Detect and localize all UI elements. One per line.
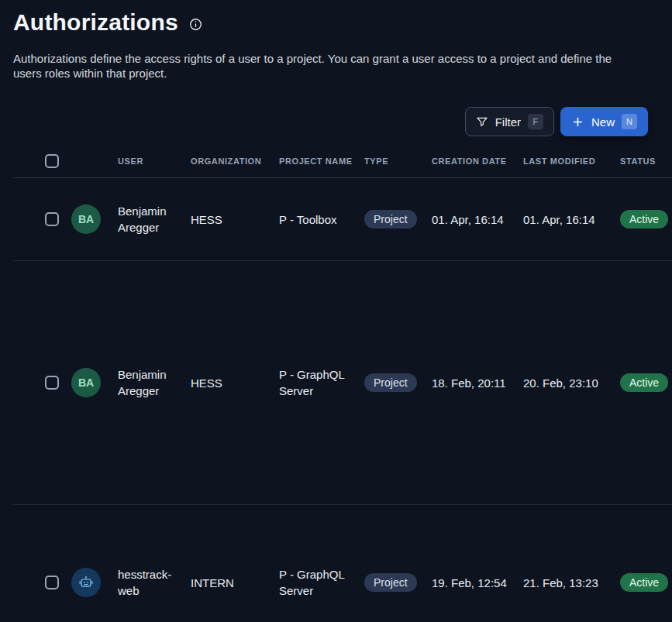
organization-cell: HESS: [191, 211, 279, 228]
funnel-icon: [476, 115, 488, 128]
last-modified-cell: 20. Feb, 23:10: [523, 375, 620, 391]
user-cell: Benjamin Aregger: [118, 366, 191, 399]
toolbar: Filter F New N: [13, 107, 648, 136]
page-title: Authorizations: [13, 9, 178, 36]
column-header-organization: ORGANIZATION: [191, 156, 279, 166]
plus-icon: [571, 115, 584, 129]
filter-button-label: Filter: [495, 115, 521, 129]
new-shortcut-badge: N: [622, 114, 637, 129]
user-cell: hesstrack-web: [118, 566, 191, 599]
authorizations-page: Authorizations Authorizations define the…: [0, 0, 672, 622]
column-header-creation-date: CREATION DATE: [432, 156, 523, 166]
column-header-project-name: PROJECT NAME: [279, 156, 364, 166]
page-description: Authorizations define the access rights …: [13, 51, 639, 81]
project-name-cell: P - GraphQL Server: [279, 566, 364, 599]
project-name-cell: P - GraphQL Server: [279, 366, 364, 399]
select-all-checkbox[interactable]: [45, 154, 59, 168]
new-button-label: New: [591, 115, 615, 129]
filter-button[interactable]: Filter F: [465, 107, 554, 136]
project-name-cell: P - Toolbox: [279, 211, 364, 228]
column-header-last-modified: LAST MODIFIED: [523, 156, 620, 166]
creation-date-cell: 19. Feb, 12:54: [432, 575, 523, 591]
new-button[interactable]: New N: [560, 107, 648, 136]
column-header-type: TYPE: [364, 156, 432, 166]
last-modified-cell: 01. Apr, 16:14: [523, 211, 620, 228]
table-header-row: USER ORGANIZATION PROJECT NAME TYPE CREA…: [13, 144, 672, 178]
organization-cell: HESS: [191, 375, 279, 391]
status-badge: Active: [620, 573, 668, 592]
table-row[interactable]: BA Benjamin Aregger HESS P - Toolbox Pro…: [13, 178, 672, 261]
row-checkbox[interactable]: [45, 376, 59, 390]
table-row[interactable]: hesstrack-web INTERN P - GraphQL Server …: [13, 505, 672, 622]
title-row: Authorizations: [13, 9, 672, 36]
type-badge: Project: [364, 210, 417, 229]
row-checkbox[interactable]: [45, 576, 59, 589]
column-header-status: STATUS: [620, 156, 672, 166]
avatar: BA: [71, 204, 101, 234]
column-header-user: USER: [118, 156, 191, 166]
last-modified-cell: 21. Feb, 13:23: [523, 575, 620, 591]
avatar: BA: [71, 368, 101, 397]
status-badge: Active: [620, 373, 668, 392]
creation-date-cell: 01. Apr, 16:14: [432, 211, 523, 228]
row-checkbox[interactable]: [45, 212, 59, 226]
robot-icon: [71, 568, 101, 597]
organization-cell: INTERN: [191, 575, 279, 591]
table-row[interactable]: BA Benjamin Aregger HESS P - GraphQL Ser…: [13, 261, 672, 505]
creation-date-cell: 18. Feb, 20:11: [432, 375, 523, 391]
filter-shortcut-badge: F: [528, 114, 543, 129]
info-icon[interactable]: [189, 18, 202, 31]
status-badge: Active: [620, 210, 668, 229]
type-badge: Project: [364, 573, 417, 592]
type-badge: Project: [364, 373, 417, 392]
authorizations-table: USER ORGANIZATION PROJECT NAME TYPE CREA…: [13, 144, 672, 622]
user-cell: Benjamin Aregger: [118, 203, 191, 235]
